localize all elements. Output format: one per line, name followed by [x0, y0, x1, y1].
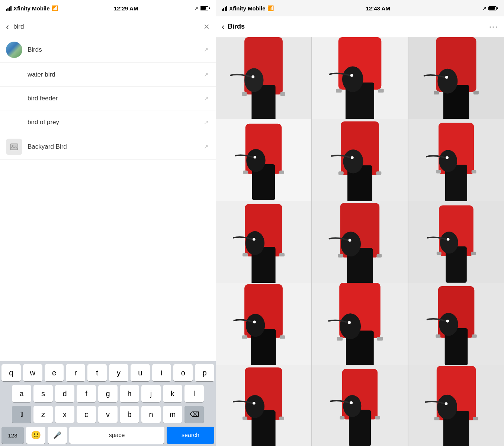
delete-key[interactable]: ⌫: [184, 406, 204, 423]
key-l[interactable]: l: [184, 385, 204, 402]
key-b[interactable]: b: [120, 406, 139, 423]
key-o[interactable]: o: [173, 364, 193, 381]
photo-cell[interactable]: [312, 201, 408, 297]
svg-rect-16: [378, 89, 383, 93]
numbers-key[interactable]: 123: [1, 427, 24, 444]
key-i[interactable]: i: [152, 364, 171, 381]
left-status-bar: Xfinity Mobile 📶 12:29 AM ↗: [0, 0, 216, 16]
svg-rect-65: [471, 252, 476, 255]
right-status-left: Xfinity Mobile 📶: [222, 5, 274, 12]
more-options-button[interactable]: ···: [489, 22, 498, 32]
keyboard-bottom-row: 123 🙂 🎤 space search: [1, 427, 214, 444]
svg-rect-78: [337, 337, 343, 340]
svg-rect-64: [437, 252, 442, 255]
emoji-key[interactable]: 🙂: [26, 427, 45, 444]
shift-key[interactable]: ⇧: [12, 406, 31, 423]
search-key[interactable]: search: [167, 427, 214, 444]
svg-point-28: [254, 156, 257, 159]
key-t[interactable]: t: [87, 364, 107, 381]
svg-point-35: [351, 156, 354, 159]
photo-cell[interactable]: [408, 37, 504, 133]
svg-point-70: [253, 321, 256, 324]
right-back-button[interactable]: ‹: [222, 22, 225, 32]
signal-icon: [6, 6, 12, 11]
svg-rect-9: [280, 92, 285, 96]
keyboard-row-3: ⇧ z x c v b n m ⌫: [1, 406, 214, 423]
key-v[interactable]: v: [98, 406, 118, 423]
key-s[interactable]: s: [33, 385, 53, 402]
suggestion-arrow-icon: [202, 143, 210, 151]
svg-rect-58: [376, 254, 382, 257]
key-k[interactable]: k: [163, 385, 182, 402]
photo-cell[interactable]: [408, 365, 504, 446]
photo-cell[interactable]: [216, 119, 311, 214]
photo-cell[interactable]: [312, 283, 408, 378]
wifi-icon: 📶: [52, 5, 58, 11]
suggestion-water-bird[interactable]: water bird: [0, 63, 216, 87]
svg-rect-50: [243, 253, 248, 256]
key-j[interactable]: j: [141, 385, 161, 402]
right-wifi-icon: 📶: [267, 5, 274, 11]
suggestion-birds[interactable]: Birds: [0, 37, 216, 63]
key-d[interactable]: d: [55, 385, 74, 402]
key-z[interactable]: z: [33, 406, 53, 423]
search-bar: ‹ ✕: [0, 16, 216, 37]
suggestions-list: Birds water bird bird feeder bird of pre…: [0, 37, 216, 361]
clear-button[interactable]: ✕: [203, 22, 210, 31]
right-carrier-label: Xfinity Mobile: [229, 5, 266, 12]
key-p[interactable]: p: [195, 364, 214, 381]
svg-point-104: [437, 394, 457, 419]
key-c[interactable]: c: [77, 406, 96, 423]
key-y[interactable]: y: [109, 364, 128, 381]
svg-point-84: [446, 320, 449, 323]
photo-cell[interactable]: [408, 283, 504, 378]
svg-rect-107: [473, 417, 478, 420]
svg-point-77: [348, 321, 351, 324]
key-x[interactable]: x: [55, 406, 74, 423]
svg-point-20: [437, 69, 458, 94]
key-h[interactable]: h: [120, 385, 139, 402]
photo-cell[interactable]: [312, 37, 408, 133]
key-r[interactable]: r: [66, 364, 85, 381]
suggestion-birds-label: Birds: [28, 46, 202, 54]
right-time: 12:43 AM: [366, 5, 390, 12]
svg-point-34: [343, 150, 363, 174]
suggestion-backyard-bird[interactable]: Backyard Bird: [0, 134, 216, 160]
svg-point-49: [253, 238, 256, 241]
suggestion-bird-feeder[interactable]: bird feeder: [0, 87, 216, 110]
svg-rect-93: [279, 416, 284, 420]
space-key[interactable]: space: [69, 427, 164, 444]
key-e[interactable]: e: [45, 364, 64, 381]
svg-point-27: [246, 149, 265, 172]
photo-cell[interactable]: [312, 119, 408, 214]
photo-cell[interactable]: [216, 365, 311, 446]
key-w[interactable]: w: [23, 364, 42, 381]
svg-point-90: [245, 395, 264, 418]
suggestion-arrow-icon: [202, 119, 210, 126]
microphone-key[interactable]: 🎤: [48, 427, 67, 444]
back-button[interactable]: ‹: [6, 22, 9, 32]
svg-point-21: [445, 76, 448, 79]
svg-point-91: [253, 402, 256, 405]
photo-cell[interactable]: [408, 119, 504, 214]
key-u[interactable]: u: [131, 364, 150, 381]
svg-rect-51: [279, 253, 285, 256]
svg-rect-85: [436, 334, 440, 338]
svg-rect-43: [436, 170, 441, 174]
key-f[interactable]: f: [77, 385, 96, 402]
key-q[interactable]: q: [1, 364, 21, 381]
key-g[interactable]: g: [98, 385, 118, 402]
key-a[interactable]: a: [12, 385, 31, 402]
photo-cell[interactable]: [216, 37, 311, 133]
photo-cell[interactable]: [408, 201, 504, 297]
svg-point-7: [251, 75, 254, 78]
photo-cell[interactable]: [216, 201, 311, 297]
key-m[interactable]: m: [163, 406, 182, 423]
suggestion-bird-of-prey[interactable]: bird of prey: [0, 110, 216, 134]
key-n[interactable]: n: [141, 406, 161, 423]
photo-cell[interactable]: [216, 283, 311, 378]
svg-rect-15: [336, 89, 341, 93]
search-input[interactable]: [13, 23, 199, 30]
photo-cell[interactable]: [312, 365, 408, 446]
svg-point-6: [244, 68, 263, 92]
